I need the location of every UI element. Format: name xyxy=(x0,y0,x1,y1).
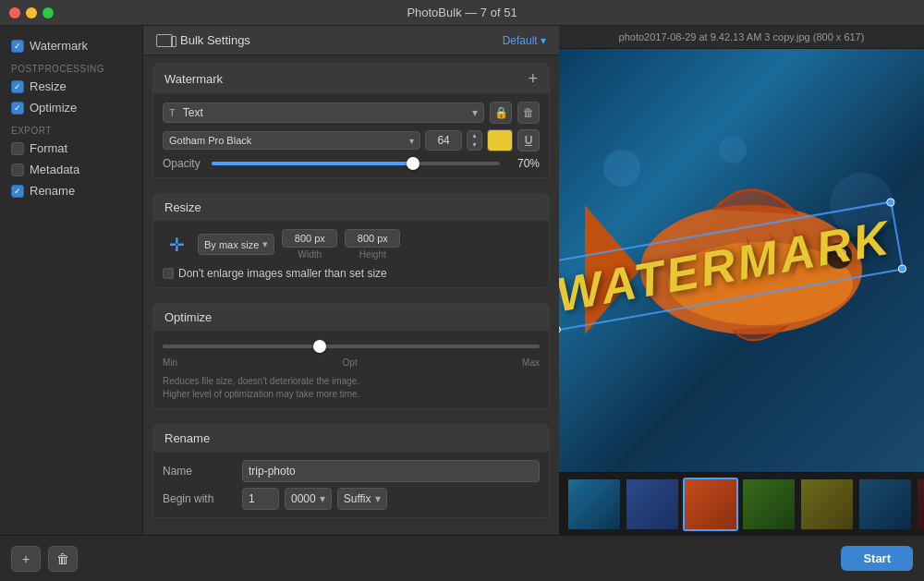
optimize-max-label: Max xyxy=(522,357,540,368)
watermark-font-row: Gotham Pro Black ▾ 64 ▲ ▼ U xyxy=(163,129,540,151)
watermark-section-body: T Text ▾ 🔒 🗑 Gotham Pro Black ▾ 64 ▲ xyxy=(153,94,549,177)
underline-button[interactable]: U xyxy=(517,129,540,151)
opacity-row: Opacity 70% xyxy=(163,157,540,170)
sidebar-item-resize[interactable]: ✓ Resize xyxy=(0,76,142,97)
resize-width-input[interactable]: 800 px xyxy=(282,229,337,248)
rename-format-label: 0000 xyxy=(291,492,316,505)
sidebar: ✓ Watermark POSTPROCESSING ✓ Resize ✓ Op… xyxy=(0,26,143,535)
plus-icon: + xyxy=(22,551,30,566)
resize-section-header: Resize xyxy=(153,194,549,222)
filmstrip-item[interactable] xyxy=(625,478,680,531)
filmstrip-item[interactable] xyxy=(799,478,855,531)
filmstrip-item[interactable] xyxy=(566,478,622,531)
resize-height-input[interactable]: 800 px xyxy=(345,229,400,248)
optimize-section-title: Optimize xyxy=(164,310,212,324)
watermark-lock-icon[interactable]: 🔒 xyxy=(490,102,512,124)
rename-section-body: Name Begin with 0000 ▾ Suffix ▾ xyxy=(153,453,549,517)
rename-begin-number-input[interactable] xyxy=(242,488,279,510)
opacity-slider[interactable] xyxy=(212,162,500,165)
sidebar-item-format[interactable]: Format xyxy=(0,138,142,159)
resize-section: Resize ✛ By max size ▾ 800 px Width 800 … xyxy=(152,193,550,288)
font-size-input[interactable]: 64 xyxy=(425,130,462,151)
rename-name-input[interactable] xyxy=(242,460,540,482)
rename-format-chevron-icon: ▾ xyxy=(320,492,325,505)
optimize-section-header: Optimize xyxy=(153,304,549,332)
resize-checkbox[interactable]: ✓ xyxy=(11,80,24,93)
sidebar-format-label: Format xyxy=(30,141,67,155)
sidebar-resize-label: Resize xyxy=(30,79,67,93)
watermark-add-button[interactable]: + xyxy=(528,70,538,87)
settings-panel: Bulk Settings Default ▾ Watermark + T Te… xyxy=(143,26,559,535)
sidebar-item-optimize[interactable]: ✓ Optimize xyxy=(0,97,142,118)
window-controls[interactable] xyxy=(9,7,54,18)
color-picker[interactable] xyxy=(487,129,513,151)
watermark-section-title: Watermark xyxy=(164,72,223,86)
dont-enlarge-label: Don't enlarge images smaller than set si… xyxy=(178,267,387,280)
resize-height-group: 800 px Height xyxy=(345,229,400,260)
default-button[interactable]: Default ▾ xyxy=(503,34,546,47)
rename-format-select[interactable]: 0000 ▾ xyxy=(285,488,332,510)
minimize-button[interactable] xyxy=(26,7,37,18)
font-select[interactable]: Gotham Pro Black ▾ xyxy=(163,131,420,150)
opacity-thumb[interactable] xyxy=(407,157,419,170)
resize-mode-chevron-icon: ▾ xyxy=(262,238,268,250)
resize-mode-label: By max size xyxy=(204,239,259,250)
filmstrip-item-active[interactable] xyxy=(683,478,738,531)
filmstrip-item[interactable] xyxy=(741,478,796,531)
settings-header-left: Bulk Settings xyxy=(156,33,250,47)
filmstrip-item[interactable] xyxy=(857,478,913,531)
preview-image-container: WATERMARK xyxy=(559,49,924,472)
dont-enlarge-checkbox[interactable] xyxy=(163,268,174,279)
sidebar-item-watermark[interactable]: ✓ Watermark xyxy=(0,35,142,56)
resize-width-label: Width xyxy=(298,249,322,260)
opacity-fill xyxy=(212,162,413,165)
bottom-left-buttons: + 🗑 xyxy=(11,546,78,572)
watermark-checkbox[interactable]: ✓ xyxy=(11,40,24,53)
size-up-icon[interactable]: ▲ xyxy=(468,131,481,140)
optimize-checkbox[interactable]: ✓ xyxy=(11,102,24,115)
sidebar-rename-label: Rename xyxy=(30,184,75,198)
bulk-settings-icon xyxy=(156,34,173,47)
resize-height-label: Height xyxy=(359,249,386,260)
watermark-trash-icon[interactable]: 🗑 xyxy=(517,102,540,124)
font-chevron-icon: ▾ xyxy=(409,136,414,146)
svg-point-2 xyxy=(719,136,747,163)
window-title: PhotoBulk — 7 of 51 xyxy=(407,6,517,19)
watermark-section: Watermark + T Text ▾ 🔒 🗑 Gotha xyxy=(152,63,550,178)
rename-name-label: Name xyxy=(163,465,237,478)
chevron-down-icon: ▾ xyxy=(472,106,478,119)
metadata-checkbox[interactable] xyxy=(11,163,24,176)
handle-bl[interactable] xyxy=(559,325,561,334)
sidebar-item-rename[interactable]: ✓ Rename xyxy=(0,180,142,201)
close-button[interactable] xyxy=(9,7,20,18)
watermark-type-select[interactable]: T Text ▾ xyxy=(163,103,484,123)
filmstrip-item[interactable] xyxy=(916,478,924,531)
titlebar: PhotoBulk — 7 of 51 xyxy=(0,0,924,26)
resize-mode-select[interactable]: By max size ▾ xyxy=(198,234,274,255)
optimize-thumb[interactable] xyxy=(313,340,326,353)
font-size-stepper[interactable]: ▲ ▼ xyxy=(467,130,482,151)
maximize-button[interactable] xyxy=(43,7,54,18)
trash-button[interactable]: 🗑 xyxy=(48,546,78,572)
add-button[interactable]: + xyxy=(11,546,41,572)
optimize-section-body: Min Opt Max Reduces file size, doesn't d… xyxy=(153,332,549,408)
rename-checkbox[interactable]: ✓ xyxy=(11,185,24,198)
sidebar-item-metadata[interactable]: Metadata xyxy=(0,159,142,180)
rename-suffix-select[interactable]: Suffix ▾ xyxy=(337,488,387,510)
format-checkbox[interactable] xyxy=(11,142,24,155)
resize-dont-enlarge-row: Don't enlarge images smaller than set si… xyxy=(163,267,540,280)
optimize-slider[interactable] xyxy=(163,345,540,348)
rename-begin-with-label: Begin with xyxy=(163,492,237,505)
rename-section-title: Rename xyxy=(164,431,210,445)
main-content: ✓ Watermark POSTPROCESSING ✓ Resize ✓ Op… xyxy=(0,26,924,535)
resize-controls-row: ✛ By max size ▾ 800 px Width 800 px Heig… xyxy=(163,229,540,260)
filmstrip xyxy=(559,472,924,535)
start-button[interactable]: Start xyxy=(841,546,913,571)
resize-width-group: 800 px Width xyxy=(282,229,337,260)
optimize-opt-label: Opt xyxy=(343,357,358,368)
rename-begin-with-row: 0000 ▾ Suffix ▾ xyxy=(242,488,540,510)
size-down-icon[interactable]: ▼ xyxy=(468,140,481,150)
trash-icon: 🗑 xyxy=(56,551,69,566)
bottom-bar: + 🗑 Start xyxy=(0,535,924,581)
preview-filename: photo2017-08-29 at 9.42.13 AM 3 copy.jpg… xyxy=(619,31,865,42)
